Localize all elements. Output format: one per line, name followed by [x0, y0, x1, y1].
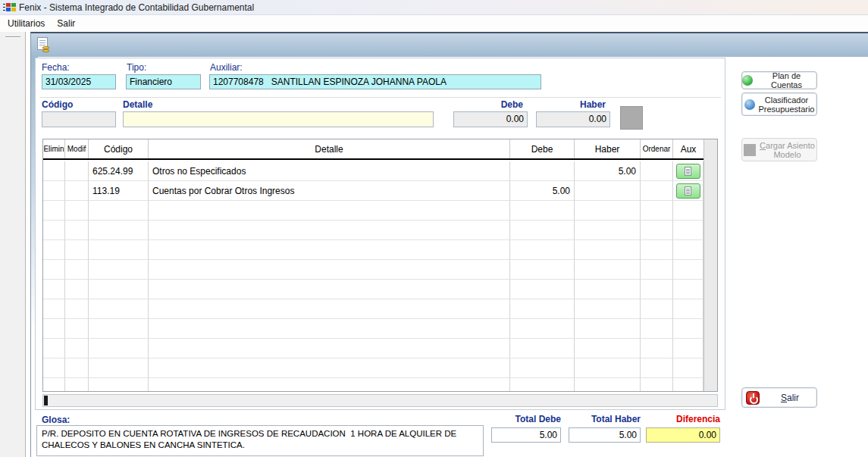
- cell-detalle: [149, 221, 510, 240]
- cell-codigo: 625.24.99: [89, 161, 149, 181]
- cell-haber: [575, 181, 641, 201]
- cell-elimin: [43, 299, 65, 319]
- panel-splitter-handle[interactable]: [5, 36, 20, 38]
- cell-aux: [673, 260, 703, 280]
- cell-codigo: [89, 358, 149, 378]
- header-elimin[interactable]: Elimin: [43, 139, 65, 158]
- header-aux[interactable]: Aux: [673, 139, 703, 158]
- debe-label: Debe: [453, 99, 523, 110]
- cell-elimin: [43, 378, 65, 391]
- form-divider: [39, 97, 721, 98]
- cargar-asiento-label: Cargar AsientoModelo: [760, 141, 815, 159]
- cell-modif: [65, 299, 89, 319]
- new-entry-document-icon[interactable]: [36, 36, 52, 54]
- entries-table-body: 625.24.99Otros no Especificados5.00113.1…: [43, 161, 703, 391]
- toolbar: [31, 33, 868, 57]
- cell-ordenar: [641, 161, 673, 181]
- cell-ordenar: [641, 319, 673, 339]
- cell-detalle: [149, 240, 510, 260]
- cell-aux: [673, 339, 703, 358]
- cell-haber: [575, 280, 641, 299]
- cell-modif: [65, 260, 89, 280]
- header-haber[interactable]: Haber: [575, 139, 641, 158]
- salir-button[interactable]: Salir: [741, 387, 817, 408]
- diferencia-field: 0.00: [646, 427, 720, 443]
- cell-modif: [65, 358, 89, 378]
- cell-detalle: [149, 358, 510, 378]
- fecha-label: Fecha:: [42, 62, 70, 73]
- table-row[interactable]: 625.24.99Otros no Especificados5.00: [43, 161, 703, 181]
- table-horizontal-scrollbar[interactable]: [42, 394, 718, 407]
- cell-codigo: [89, 221, 149, 240]
- cell-debe: [510, 299, 575, 319]
- clasificador-presupuestario-button[interactable]: ClasificadorPresupuestario: [741, 92, 817, 116]
- glosa-textarea[interactable]: P/R. DEPOSITO EN CUENTA ROTATIVA DE INGR…: [36, 425, 484, 456]
- header-modif[interactable]: Modif: [65, 139, 89, 158]
- codigo-input[interactable]: [42, 111, 116, 127]
- cell-modif: [65, 280, 89, 299]
- cell-ordenar: [641, 299, 673, 319]
- table-vertical-scrollbar[interactable]: [703, 139, 717, 391]
- cell-aux: [673, 221, 703, 240]
- haber-input[interactable]: 0.00: [536, 111, 610, 127]
- aux-button[interactable]: [676, 164, 700, 179]
- table-row[interactable]: 113.19Cuentas por Cobrar Otros Ingresos5…: [43, 181, 703, 201]
- cell-ordenar: [641, 201, 673, 221]
- cell-elimin: [43, 260, 65, 280]
- cell-haber: [575, 339, 641, 358]
- cell-modif: [65, 240, 89, 260]
- power-icon: [746, 391, 760, 405]
- scrollbar-thumb[interactable]: [44, 396, 48, 405]
- detalle-input[interactable]: [123, 111, 434, 127]
- cell-detalle: [149, 378, 510, 391]
- cell-ordenar: [641, 280, 673, 299]
- auxiliar-field[interactable]: 1207708478 SANTILLAN ESPINOZA JOHANNA PA…: [209, 74, 541, 89]
- cell-detalle: [149, 260, 510, 280]
- cell-elimin: [43, 339, 65, 358]
- tipo-field[interactable]: Financiero: [126, 74, 201, 89]
- cell-detalle: [149, 201, 510, 221]
- cell-debe: [510, 358, 575, 378]
- table-row: [43, 358, 703, 378]
- cell-codigo: 113.19: [89, 181, 149, 201]
- table-row: [43, 201, 703, 221]
- entries-table-header: Elimin Modif Código Detalle Debe Haber O…: [43, 139, 703, 160]
- gray-square-button[interactable]: [620, 106, 643, 130]
- cell-modif: [65, 161, 89, 181]
- cell-aux: [673, 240, 703, 260]
- title-bar: Fenix - Sistema Integrado de Contabilida…: [0, 0, 868, 15]
- table-row: [43, 319, 703, 339]
- cell-elimin: [43, 161, 65, 181]
- menu-utilitarios[interactable]: Utilitarios: [2, 16, 51, 31]
- cell-debe: [510, 260, 575, 280]
- left-collapsed-panel: [0, 32, 26, 457]
- menu-salir[interactable]: Salir: [51, 16, 81, 31]
- aux-button[interactable]: [676, 183, 700, 199]
- header-detalle[interactable]: Detalle: [149, 139, 510, 158]
- cell-debe: [510, 280, 575, 299]
- cell-aux: [673, 358, 703, 378]
- table-row: [43, 378, 703, 391]
- cell-ordenar: [641, 339, 673, 358]
- cell-codigo: [89, 260, 149, 280]
- fecha-field[interactable]: 31/03/2025: [42, 74, 116, 89]
- debe-input[interactable]: 0.00: [453, 111, 528, 127]
- cell-haber: 5.00: [575, 161, 641, 181]
- cell-debe: [510, 161, 575, 181]
- cell-haber: [575, 201, 641, 221]
- cell-elimin: [43, 358, 65, 378]
- cell-aux: [673, 161, 703, 181]
- cell-elimin: [43, 280, 65, 299]
- window-title: Fenix - Sistema Integrado de Contabilida…: [19, 2, 254, 13]
- header-ordenar[interactable]: Ordenar: [641, 139, 673, 158]
- cell-haber: [575, 358, 641, 378]
- cell-codigo: [89, 378, 149, 391]
- cell-debe: [510, 221, 575, 240]
- cell-codigo: [89, 240, 149, 260]
- table-row: [43, 339, 703, 358]
- header-debe[interactable]: Debe: [510, 139, 575, 158]
- plan-de-cuentas-button[interactable]: Plan de Cuentas: [741, 71, 817, 89]
- header-codigo[interactable]: Código: [89, 139, 149, 158]
- table-row: [43, 280, 703, 299]
- cell-codigo: [89, 299, 149, 319]
